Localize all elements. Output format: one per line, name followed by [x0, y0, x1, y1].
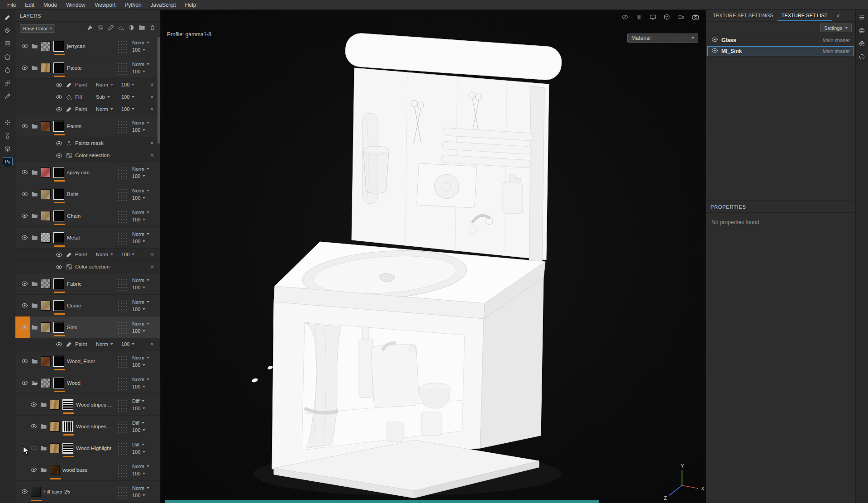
- layer-row[interactable]: Wood stripes verti...Diff100: [15, 416, 160, 437]
- layer-row[interactable]: SinkNorm100: [15, 316, 160, 338]
- layer-thumbnail[interactable]: [41, 301, 51, 311]
- layer-visibility-toggle[interactable]: [55, 94, 62, 101]
- layer-thumbnail[interactable]: [50, 400, 60, 410]
- layer-drag-handle[interactable]: [117, 231, 129, 244]
- layer-visibility-toggle[interactable]: [30, 445, 37, 451]
- layer-visibility-toggle[interactable]: [21, 64, 28, 71]
- delete-layer-button[interactable]: [149, 24, 156, 33]
- layer-effect-row[interactable]: PaintNorm100: [15, 249, 160, 261]
- layer-row[interactable]: Fill layer 25Norm100: [15, 481, 160, 503]
- menu-file[interactable]: File: [3, 0, 20, 10]
- texture-set-visibility-toggle[interactable]: [711, 47, 718, 56]
- remove-effect-button[interactable]: [148, 264, 156, 269]
- opacity-select[interactable]: 100: [121, 252, 145, 257]
- tab-texture-set-settings[interactable]: TEXTURE SET SETTINGS: [709, 10, 777, 21]
- opacity-select[interactable]: 100: [121, 341, 145, 347]
- opacity-select[interactable]: 100: [132, 173, 155, 179]
- layer-thumbnail[interactable]: [41, 211, 51, 221]
- material-thumbnail[interactable]: [53, 232, 64, 243]
- opacity-select[interactable]: 100: [132, 69, 155, 74]
- layer-row[interactable]: spray canNorm100: [15, 162, 160, 183]
- layer-row[interactable]: BoltsNorm100: [15, 183, 160, 205]
- blend-mode-select[interactable]: Norm: [132, 485, 155, 491]
- polygon-fill-tool[interactable]: [2, 51, 14, 62]
- layer-effect-row[interactable]: PaintNorm100: [15, 103, 160, 115]
- layer-visibility-toggle[interactable]: [21, 191, 28, 197]
- remove-effect-button[interactable]: [148, 82, 156, 87]
- blend-mode-select[interactable]: Norm: [132, 231, 155, 237]
- layer-drag-handle[interactable]: [117, 485, 129, 498]
- blend-mode-select[interactable]: Norm: [132, 464, 155, 469]
- blend-mode-select[interactable]: Norm: [96, 341, 119, 347]
- opacity-select[interactable]: 100: [132, 47, 155, 53]
- layer-drag-handle[interactable]: [117, 209, 129, 223]
- layer-effect-row[interactable]: PaintNorm100: [15, 79, 160, 91]
- layer-drag-handle[interactable]: [117, 321, 129, 334]
- material-thumbnail[interactable]: [53, 167, 64, 178]
- remove-effect-button[interactable]: [148, 252, 156, 257]
- add-fill-layer-button[interactable]: [118, 24, 124, 33]
- eraser-tool[interactable]: [2, 24, 14, 36]
- menu-window[interactable]: Window: [62, 0, 90, 10]
- remove-effect-button[interactable]: [148, 94, 156, 100]
- layer-drag-handle[interactable]: [117, 277, 129, 291]
- remove-effect-button[interactable]: [148, 106, 156, 112]
- ps-badge[interactable]: Ps: [3, 157, 13, 166]
- layer-visibility-toggle[interactable]: [55, 106, 62, 113]
- menu-python[interactable]: Python: [120, 0, 146, 10]
- blend-mode-select[interactable]: Diff: [132, 398, 155, 404]
- layer-row[interactable]: jerrycanNorm100: [15, 35, 160, 57]
- blend-mode-select[interactable]: Norm: [96, 106, 119, 112]
- projection-tool[interactable]: [2, 38, 14, 49]
- layer-visibility-toggle[interactable]: [21, 379, 28, 386]
- material-thumbnail[interactable]: [53, 378, 64, 388]
- opacity-select[interactable]: 100: [132, 362, 155, 368]
- layer-visibility-toggle[interactable]: [55, 251, 62, 258]
- texture-set-visibility-toggle[interactable]: [711, 36, 718, 45]
- layer-row[interactable]: CraneNorm100: [15, 295, 160, 316]
- layer-row[interactable]: wood baseNorm100: [15, 459, 160, 481]
- opacity-select[interactable]: 100: [132, 384, 155, 389]
- layer-visibility-toggle[interactable]: [55, 263, 62, 270]
- blend-mode-select[interactable]: Norm: [96, 82, 119, 87]
- opacity-select[interactable]: 100: [132, 307, 155, 312]
- panel-menu[interactable]: [856, 11, 868, 23]
- layers-scrollbar[interactable]: [157, 37, 160, 144]
- settings-utility[interactable]: [2, 116, 14, 128]
- layer-thumbnail[interactable]: [31, 487, 41, 497]
- layer-effect-row[interactable]: FillSub100: [15, 91, 160, 103]
- layer-drag-handle[interactable]: [117, 166, 129, 179]
- remove-effect-button[interactable]: [148, 341, 156, 347]
- layer-visibility-toggle[interactable]: [55, 341, 62, 348]
- layer-visibility-toggle[interactable]: [21, 302, 28, 309]
- blend-mode-select[interactable]: Norm: [132, 62, 155, 67]
- axis-gizmo[interactable]: Y X Z: [658, 463, 706, 503]
- close-panel-icon[interactable]: [832, 10, 844, 21]
- opacity-select[interactable]: 100: [121, 106, 145, 112]
- material-thumbnail[interactable]: [62, 421, 73, 432]
- layer-thumbnail[interactable]: [41, 41, 51, 51]
- material-thumbnail[interactable]: [53, 121, 64, 132]
- layer-visibility-toggle[interactable]: [21, 358, 28, 364]
- layer-thumbnail[interactable]: [50, 465, 60, 475]
- layer-visibility-toggle[interactable]: [21, 169, 28, 176]
- layer-drag-handle[interactable]: [117, 398, 129, 412]
- blend-mode-select[interactable]: Norm: [132, 210, 155, 215]
- opacity-select[interactable]: 100: [121, 94, 145, 100]
- layer-visibility-toggle[interactable]: [21, 488, 28, 495]
- layer-row[interactable]: Wood HighlightDiff100: [15, 437, 160, 459]
- blend-mode-select[interactable]: Norm: [132, 188, 155, 193]
- blend-mode-select[interactable]: Diff: [132, 442, 155, 447]
- material-thumbnail[interactable]: [53, 356, 64, 367]
- layer-visibility-toggle[interactable]: [55, 81, 62, 88]
- add-group-button[interactable]: [138, 24, 145, 33]
- layer-visibility-toggle[interactable]: [21, 280, 28, 287]
- remove-effect-button[interactable]: [148, 153, 156, 158]
- layer-drag-handle[interactable]: [117, 463, 129, 477]
- opacity-select[interactable]: 100: [132, 493, 155, 498]
- layer-drag-handle[interactable]: [117, 441, 129, 455]
- menu-javascript[interactable]: JavaScript: [146, 0, 181, 10]
- opacity-select[interactable]: 100: [132, 449, 155, 455]
- layer-thumbnail[interactable]: [41, 233, 51, 243]
- blend-mode-select[interactable]: Norm: [96, 252, 119, 257]
